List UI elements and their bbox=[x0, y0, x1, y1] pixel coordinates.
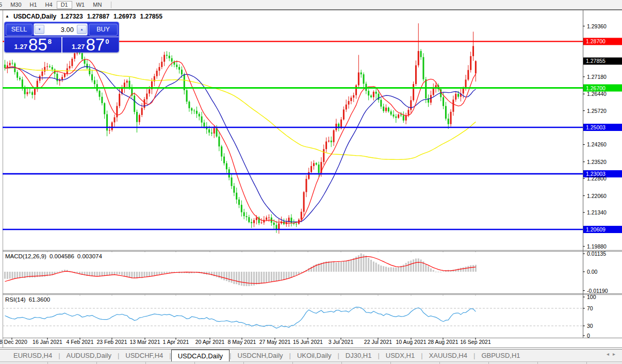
chart-tab-usdx[interactable]: USDX,H1 bbox=[380, 350, 421, 361]
macd-value-main: 0.004586 bbox=[50, 253, 74, 259]
ohlc-close: 1.27855 bbox=[140, 13, 162, 20]
timeframe-button-h1[interactable]: H1 bbox=[26, 1, 41, 9]
ohlc-high: 1.27887 bbox=[87, 13, 109, 20]
chart-canvas[interactable]: 1.287001.267001.250031.230031.206091.293… bbox=[0, 0, 622, 364]
buy-price-display[interactable]: 1.27 87 0 bbox=[62, 37, 119, 53]
svg-text:23 Feb 2021: 23 Feb 2021 bbox=[97, 339, 127, 345]
chart-tab-dj30[interactable]: DJ30,H1 bbox=[339, 350, 378, 361]
svg-text:27 May 2021: 27 May 2021 bbox=[259, 339, 291, 345]
svg-text:70: 70 bbox=[587, 305, 593, 311]
status-strip bbox=[0, 361, 622, 364]
svg-text:1.25003: 1.25003 bbox=[586, 124, 605, 130]
timeframe-button-5[interactable]: 5 bbox=[0, 1, 6, 9]
timeframe-button-d1[interactable]: D1 bbox=[57, 1, 72, 9]
candlestick-series bbox=[4, 23, 477, 234]
collapse-triangle-icon[interactable]: ▲ bbox=[5, 14, 9, 19]
svg-text:1.25720: 1.25720 bbox=[587, 108, 607, 114]
svg-text:1.19880: 1.19880 bbox=[587, 243, 607, 250]
toolbar-separator bbox=[111, 2, 111, 8]
svg-text:1.26440: 1.26440 bbox=[587, 91, 607, 97]
volume-increase-button[interactable]: ▴ bbox=[77, 25, 87, 34]
timeframe-button-mn[interactable]: MN bbox=[89, 1, 106, 9]
svg-text:1.22800: 1.22800 bbox=[587, 175, 607, 181]
svg-text:1.21340: 1.21340 bbox=[587, 209, 607, 216]
buy-price-prefix: 1.27 bbox=[72, 43, 85, 51]
svg-text:28 Aug 2021: 28 Aug 2021 bbox=[428, 339, 459, 345]
sell-price-prefix: 1.27 bbox=[14, 43, 27, 51]
chart-tab-eurusd[interactable]: EURUSD,H4 bbox=[7, 350, 58, 361]
rsi-panel[interactable]: 10070300 bbox=[3, 294, 596, 339]
timeframe-button-w1[interactable]: W1 bbox=[72, 1, 89, 9]
svg-text:0.00: 0.00 bbox=[587, 269, 598, 275]
ma-mid-line bbox=[5, 67, 476, 222]
chart-tabbar: EURUSD,H4|AUDUSD,Daily|USDCHF,H4|USDCAD,… bbox=[0, 349, 622, 361]
ohlc-low: 1.26973 bbox=[113, 13, 136, 20]
horizontal-level-lines[interactable]: 1.287001.267001.250031.230031.20609 bbox=[3, 38, 622, 233]
svg-text:16 Jan 2021: 16 Jan 2021 bbox=[32, 339, 62, 345]
date-axis[interactable]: 28 Dec 202016 Jan 20214 Feb 202123 Feb 2… bbox=[0, 251, 491, 345]
svg-text:0.01135: 0.01135 bbox=[587, 251, 606, 257]
chart-title: ▲ USDCAD,Daily 1.27323 1.27887 1.26973 1… bbox=[5, 13, 162, 20]
macd-value-signal: 0.003074 bbox=[77, 253, 102, 259]
svg-text:1.23520: 1.23520 bbox=[587, 159, 607, 165]
ohlc-open: 1.27323 bbox=[60, 13, 83, 20]
moving-averages bbox=[5, 59, 476, 223]
sell-price-main: 85 bbox=[28, 37, 47, 53]
svg-text:13 Mar 2021: 13 Mar 2021 bbox=[130, 339, 160, 345]
svg-text:20 Apr 2021: 20 Apr 2021 bbox=[195, 339, 225, 345]
svg-text:100: 100 bbox=[587, 294, 596, 300]
volume-stepper: ▾ 3.00 ▴ bbox=[34, 23, 88, 36]
svg-text:10 Aug 2021: 10 Aug 2021 bbox=[396, 339, 427, 345]
svg-text:1.20609: 1.20609 bbox=[586, 226, 605, 233]
svg-text:1.26700: 1.26700 bbox=[586, 85, 605, 91]
svg-text:1 Apr 2021: 1 Apr 2021 bbox=[163, 339, 189, 345]
svg-text:4 Feb 2021: 4 Feb 2021 bbox=[66, 339, 93, 345]
svg-text:1.27855: 1.27855 bbox=[586, 58, 605, 64]
chart-tab-usdchf[interactable]: USDCHF,H4 bbox=[119, 350, 169, 361]
symbol-period-label: USDCAD,Daily bbox=[13, 13, 56, 20]
volume-input[interactable]: 3.00 bbox=[44, 26, 77, 34]
buy-button[interactable]: BUY bbox=[89, 24, 118, 36]
svg-text:30: 30 bbox=[587, 323, 593, 329]
svg-text:1.29360: 1.29360 bbox=[587, 23, 607, 29]
sell-price-pip: 8 bbox=[48, 38, 52, 45]
svg-text:15 Jun 2021: 15 Jun 2021 bbox=[293, 339, 323, 345]
macd-signal-line bbox=[5, 257, 476, 284]
timeframe-button-m30[interactable]: M30 bbox=[6, 1, 25, 9]
ma-fast-line bbox=[5, 59, 476, 223]
chart-tab-ukoil[interactable]: UKOil,Daily bbox=[291, 350, 337, 361]
volume-decrease-button[interactable]: ▾ bbox=[35, 25, 44, 34]
svg-text:28 Dec 2020: 28 Dec 2020 bbox=[0, 339, 27, 345]
one-click-trading-panel: SELL ▾ 3.00 ▴ BUY 1.27 85 8 1.27 87 0 bbox=[4, 22, 119, 53]
sell-price-display[interactable]: 1.27 85 8 bbox=[5, 37, 62, 53]
tab-scroll-left-icon[interactable]: ◂ bbox=[607, 351, 613, 357]
buy-price-pip: 0 bbox=[105, 38, 109, 45]
ma-slow-line bbox=[5, 68, 476, 160]
svg-text:-0.01190: -0.01190 bbox=[587, 288, 608, 294]
svg-text:0: 0 bbox=[587, 333, 590, 339]
macd-label: MACD(12,26,9) 0.004586 0.003074 bbox=[5, 253, 102, 259]
svg-text:16 Sep 2021: 16 Sep 2021 bbox=[460, 339, 491, 345]
mt4-window: 5M30H1H4D1W1MN 1.287001.267001.250031.23… bbox=[0, 0, 622, 364]
svg-text:22 Jul 2021: 22 Jul 2021 bbox=[364, 339, 392, 345]
macd-name: MACD(12,26,9) bbox=[5, 253, 46, 259]
svg-text:1.27180: 1.27180 bbox=[587, 74, 607, 80]
timeframe-toolbar: 5M30H1H4D1W1MN bbox=[0, 0, 622, 10]
chart-frame bbox=[0, 10, 622, 348]
tab-scroll-arrows[interactable]: ◂▸ bbox=[607, 351, 619, 357]
rsi-label: RSI(14) 61.3600 bbox=[5, 296, 50, 303]
price-axis[interactable]: 1.293601.271801.264401.257201.242601.235… bbox=[583, 23, 622, 250]
chart-tab-audusd[interactable]: AUDUSD,Daily bbox=[60, 350, 118, 361]
timeframe-button-h4[interactable]: H4 bbox=[41, 1, 57, 9]
chart-tab-xauusd[interactable]: XAUUSD,H4 bbox=[423, 350, 473, 361]
chart-tab-gbpusd[interactable]: GBPUSD,H1 bbox=[475, 350, 526, 361]
sell-button[interactable]: SELL bbox=[6, 24, 32, 36]
chart-tab-usdcnh[interactable]: USDCNH,Daily bbox=[231, 350, 289, 361]
svg-text:1.28700: 1.28700 bbox=[586, 38, 605, 44]
svg-text:3 Jul 2021: 3 Jul 2021 bbox=[329, 339, 354, 345]
rsi-line bbox=[5, 307, 476, 328]
tab-scroll-right-icon[interactable]: ▸ bbox=[613, 351, 619, 357]
chart-tab-usdcad[interactable]: USDCAD,Daily bbox=[171, 350, 230, 361]
rsi-value: 61.3600 bbox=[29, 296, 51, 303]
rsi-name: RSI(14) bbox=[5, 296, 26, 303]
